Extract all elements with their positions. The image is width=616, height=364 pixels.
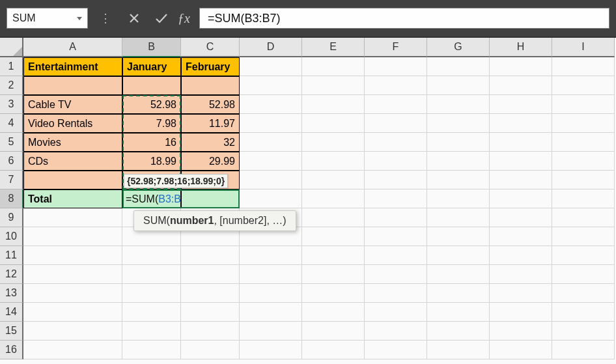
cell[interactable] <box>240 76 302 95</box>
cell[interactable] <box>302 133 365 152</box>
cell[interactable] <box>427 265 490 284</box>
cell[interactable] <box>302 227 365 246</box>
cell[interactable] <box>427 322 490 341</box>
cell[interactable] <box>302 76 365 95</box>
cell[interactable] <box>552 341 615 359</box>
cell[interactable] <box>240 303 302 322</box>
cell[interactable] <box>490 76 552 95</box>
row-header-3[interactable]: 3 <box>0 95 23 114</box>
cell[interactable] <box>490 227 552 246</box>
row-header-1[interactable]: 1 <box>0 57 23 76</box>
cell[interactable] <box>490 265 552 284</box>
row-header-4[interactable]: 4 <box>0 114 23 133</box>
cell-B3[interactable]: 52.98 <box>122 95 181 114</box>
cell[interactable] <box>302 303 365 322</box>
cell[interactable] <box>23 322 122 341</box>
cell[interactable] <box>240 341 302 359</box>
row-header-16[interactable]: 16 <box>0 341 23 359</box>
cell[interactable] <box>23 341 122 359</box>
cell[interactable] <box>552 133 615 152</box>
cell[interactable] <box>365 208 427 227</box>
cell[interactable] <box>490 322 552 341</box>
select-all-corner[interactable] <box>0 38 23 57</box>
col-header-C[interactable]: C <box>181 38 240 57</box>
cell[interactable] <box>240 189 302 208</box>
row-header-15[interactable]: 15 <box>0 322 23 341</box>
cell[interactable] <box>181 284 240 303</box>
cell[interactable] <box>427 341 490 359</box>
cell[interactable] <box>122 341 181 359</box>
cell[interactable] <box>181 265 240 284</box>
cell[interactable] <box>181 322 240 341</box>
cell[interactable] <box>23 284 122 303</box>
col-header-F[interactable]: F <box>365 38 427 57</box>
row-header-13[interactable]: 13 <box>0 284 23 303</box>
cell[interactable] <box>302 152 365 171</box>
cell[interactable] <box>427 95 490 114</box>
cell-C4[interactable]: 11.97 <box>181 114 240 133</box>
accept-formula-button[interactable] <box>150 8 173 29</box>
cell[interactable] <box>490 95 552 114</box>
cell[interactable] <box>552 265 615 284</box>
cell-A4[interactable]: Video Rentals <box>23 114 122 133</box>
cell[interactable] <box>365 171 427 189</box>
cell[interactable] <box>365 227 427 246</box>
cell[interactable] <box>427 208 490 227</box>
cell[interactable] <box>240 265 302 284</box>
cell[interactable] <box>240 152 302 171</box>
cell[interactable] <box>490 114 552 133</box>
cell[interactable] <box>490 284 552 303</box>
cell[interactable] <box>23 246 122 265</box>
cell[interactable] <box>490 57 552 76</box>
cell[interactable] <box>365 57 427 76</box>
cell[interactable] <box>240 171 302 189</box>
cell[interactable] <box>552 227 615 246</box>
cell[interactable] <box>427 303 490 322</box>
cell[interactable] <box>302 265 365 284</box>
cell[interactable] <box>427 227 490 246</box>
cell[interactable] <box>427 114 490 133</box>
cell[interactable] <box>302 114 365 133</box>
cell[interactable] <box>552 189 615 208</box>
col-header-D[interactable]: D <box>240 38 302 57</box>
cell[interactable] <box>122 303 181 322</box>
cell-C5[interactable]: 32 <box>181 133 240 152</box>
cell[interactable] <box>490 341 552 359</box>
row-header-9[interactable]: 9 <box>0 208 23 227</box>
cell[interactable] <box>302 284 365 303</box>
fx-icon[interactable]: ƒx <box>178 11 194 26</box>
cell[interactable] <box>365 246 427 265</box>
cell-A3[interactable]: Cable TV <box>23 95 122 114</box>
cell-C2[interactable] <box>181 76 240 95</box>
cell[interactable] <box>240 95 302 114</box>
cell[interactable] <box>365 114 427 133</box>
cell[interactable] <box>365 95 427 114</box>
cell[interactable] <box>302 208 365 227</box>
cell[interactable] <box>23 303 122 322</box>
cell[interactable] <box>240 322 302 341</box>
cell[interactable] <box>490 208 552 227</box>
cell-B1[interactable]: January <box>122 57 181 76</box>
cell[interactable] <box>365 341 427 359</box>
cell[interactable] <box>490 152 552 171</box>
cell-A2[interactable] <box>23 76 122 95</box>
cell-A1[interactable]: Entertainment <box>23 57 122 76</box>
cell[interactable] <box>490 189 552 208</box>
cell[interactable] <box>23 208 122 227</box>
row-header-7[interactable]: 7 <box>0 171 23 189</box>
cell[interactable] <box>23 265 122 284</box>
cell[interactable] <box>365 133 427 152</box>
col-header-B[interactable]: B <box>122 38 181 57</box>
cell-A6[interactable]: CDs <box>23 152 122 171</box>
row-header-11[interactable]: 11 <box>0 246 23 265</box>
cancel-formula-button[interactable] <box>123 8 145 29</box>
row-header-6[interactable]: 6 <box>0 152 23 171</box>
row-header-14[interactable]: 14 <box>0 303 23 322</box>
cell[interactable] <box>552 246 615 265</box>
row-header-10[interactable]: 10 <box>0 227 23 246</box>
col-header-I[interactable]: I <box>552 38 615 57</box>
cell[interactable] <box>490 303 552 322</box>
cell[interactable] <box>552 95 615 114</box>
cell[interactable] <box>365 189 427 208</box>
cell[interactable] <box>427 246 490 265</box>
